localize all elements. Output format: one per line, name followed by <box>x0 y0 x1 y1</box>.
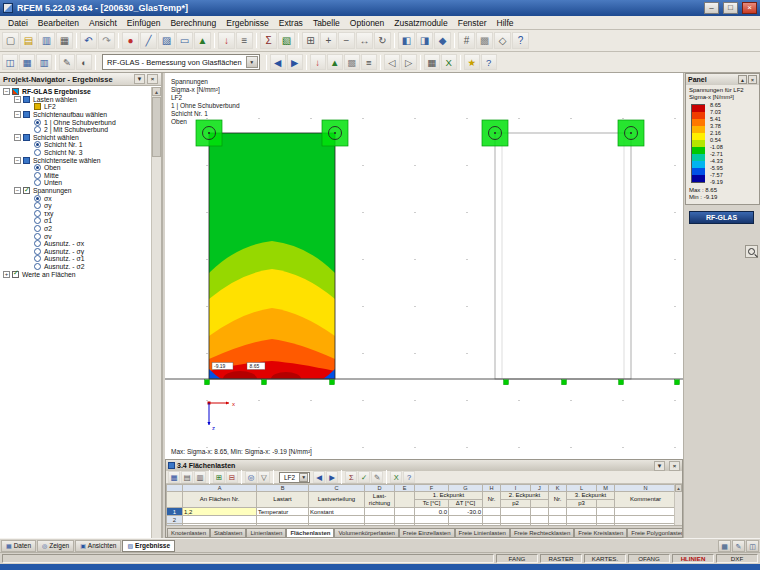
loadcase-dropdown[interactable]: LF2 ▼ <box>279 472 310 483</box>
tree-item-schichtenseite-wählen[interactable]: −Schichtenseite wählen <box>0 156 151 164</box>
tree-item-ausnutz-1[interactable]: Ausnutz. - σ1 <box>0 255 151 263</box>
radio-off-icon[interactable] <box>34 263 41 270</box>
snap-icon[interactable]: ◇ <box>494 32 511 49</box>
table-cell[interactable] <box>501 508 531 516</box>
table-cell[interactable] <box>597 516 615 524</box>
panel-collapse-button[interactable]: ▲ <box>738 75 747 84</box>
result-next-icon[interactable]: ▷ <box>401 54 417 70</box>
menu-optionen[interactable]: Optionen <box>345 17 390 29</box>
table-cell[interactable]: Konstant <box>309 508 365 516</box>
show-values-icon[interactable]: ≡ <box>361 54 377 70</box>
radio-on-icon[interactable] <box>34 141 41 148</box>
tree-item-schicht-wählen[interactable]: −Schicht wählen <box>0 134 151 142</box>
column-letter-e[interactable]: E <box>395 485 415 492</box>
column-letter-f[interactable]: F <box>415 485 449 492</box>
table-cell[interactable] <box>567 516 597 524</box>
numbering-icon[interactable]: # <box>458 32 475 49</box>
collapse-icon[interactable]: − <box>3 88 10 95</box>
column-letter-d[interactable]: D <box>365 485 395 492</box>
table-tab-freie-polygonlasten[interactable]: Freie Polygonlasten <box>627 528 682 537</box>
navigator-scrollbar[interactable]: ▲ <box>151 87 161 538</box>
table-cell[interactable] <box>615 516 675 524</box>
tree-item-lf2[interactable]: LF2 <box>0 103 151 111</box>
collapse-icon[interactable]: − <box>14 157 21 164</box>
column-letter-m[interactable]: M <box>597 485 615 492</box>
collapse-icon[interactable]: − <box>14 134 21 141</box>
layout-quick-button[interactable]: ◫ <box>746 540 759 552</box>
menu-datei[interactable]: Datei <box>3 17 33 29</box>
table-cell[interactable] <box>257 516 309 524</box>
radio-off-icon[interactable] <box>34 225 41 232</box>
table-help-icon[interactable]: ? <box>403 471 415 483</box>
minimize-button[interactable]: – <box>704 2 719 14</box>
save-file-icon[interactable]: ▥ <box>38 32 55 49</box>
tree-item-xy[interactable]: τxy <box>0 210 151 218</box>
open-file-icon[interactable]: ▤ <box>20 32 37 49</box>
radio-off-icon[interactable] <box>34 210 41 217</box>
menu-berechnung[interactable]: Berechnung <box>165 17 221 29</box>
new-surface-icon[interactable]: ▨ <box>158 32 175 49</box>
menu-fenster[interactable]: Fenster <box>453 17 492 29</box>
table-cell[interactable] <box>567 508 597 516</box>
support-icon[interactable] <box>482 120 508 146</box>
maximize-button[interactable]: □ <box>723 2 738 14</box>
tree-item-unten[interactable]: Unten <box>0 179 151 187</box>
scrollbar-thumb[interactable] <box>152 97 161 157</box>
table-check-icon[interactable]: ✓ <box>358 471 370 483</box>
load-case-icon[interactable]: ↓ <box>218 32 235 49</box>
new-file-icon[interactable]: ▢ <box>2 32 19 49</box>
table-cell[interactable] <box>309 516 365 524</box>
zoom-out-icon[interactable]: − <box>338 32 355 49</box>
insert-row-icon[interactable]: ⊞ <box>213 471 225 483</box>
table-tab-stablasten[interactable]: Stablasten <box>210 528 246 537</box>
undo-icon[interactable]: ↶ <box>80 32 97 49</box>
calculate-icon[interactable]: Σ <box>260 32 277 49</box>
table-cell[interactable] <box>483 508 501 516</box>
grid-icon[interactable]: ▩ <box>476 32 493 49</box>
checkbox-checked-icon[interactable] <box>23 187 30 194</box>
column-letter-j[interactable]: J <box>531 485 549 492</box>
loads-table-grid[interactable]: ABCDEFGHIJKLMNAn Flächen Nr.LastartLastv… <box>166 484 674 525</box>
radio-off-icon[interactable] <box>34 172 41 179</box>
view-xz-icon[interactable]: ◨ <box>416 32 433 49</box>
collapse-icon[interactable]: − <box>14 111 21 118</box>
table-cell[interactable] <box>549 516 567 524</box>
table-cell[interactable]: -30.0 <box>449 508 483 516</box>
navigator-tab-ergebnisse[interactable]: ▧Ergebnisse <box>122 540 175 552</box>
menu-tabelle[interactable]: Tabelle <box>308 17 345 29</box>
table-cell[interactable] <box>365 508 395 516</box>
edit-quick-button[interactable]: ✎ <box>732 540 745 552</box>
result-previous-icon[interactable]: ◁ <box>384 54 400 70</box>
table-scrollbar[interactable]: ▲ <box>674 484 682 525</box>
table-cell[interactable]: 1,2 <box>183 508 257 516</box>
tree-item-1-ohne-schubverbund[interactable]: 1 | Ohne Schubverbund <box>0 118 151 126</box>
tree-item-schichtenaufbau-wählen[interactable]: −Schichtenaufbau wählen <box>0 111 151 119</box>
support-icon[interactable] <box>196 120 222 146</box>
support-icon[interactable] <box>322 120 348 146</box>
close-button[interactable]: × <box>742 2 757 14</box>
table-filter-icon[interactable]: ▽ <box>258 471 270 483</box>
tree-item-2-mit-schubverbund[interactable]: 2 | Mit Schubverbund <box>0 126 151 134</box>
table-tab-volumenkörperlasten[interactable]: Volumenkörperlasten <box>334 528 398 537</box>
expand-icon[interactable]: + <box>3 271 10 278</box>
menu-ergebnisse[interactable]: Ergebnisse <box>221 17 274 29</box>
column-letter-l[interactable]: L <box>567 485 597 492</box>
table-cell[interactable] <box>365 516 395 524</box>
stress-contour-surface[interactable] <box>209 133 335 379</box>
table-cell[interactable]: Temperatur <box>257 508 309 516</box>
copy-table-icon[interactable]: ▤ <box>181 471 193 483</box>
new-line-icon[interactable]: ╱ <box>140 32 157 49</box>
radio-off-icon[interactable] <box>34 248 41 255</box>
status-toggle-hlinien[interactable]: HLINIEN <box>672 554 714 563</box>
tree-item-lasten-wählen[interactable]: −Lasten wählen <box>0 96 151 104</box>
collapse-icon[interactable]: − <box>14 187 21 194</box>
display-properties-icon[interactable]: ✎ <box>59 54 75 70</box>
tree-item-schicht-nr-1[interactable]: Schicht Nr. 1 <box>0 141 151 149</box>
zoom-in-icon[interactable]: + <box>320 32 337 49</box>
table-cell[interactable] <box>531 508 549 516</box>
checkbox-checked-icon[interactable] <box>12 271 19 278</box>
view-xy-icon[interactable]: ◧ <box>398 32 415 49</box>
menu-einfügen[interactable]: Einfügen <box>122 17 166 29</box>
column-letter-i[interactable]: I <box>501 485 531 492</box>
column-letter-h[interactable]: H <box>483 485 501 492</box>
